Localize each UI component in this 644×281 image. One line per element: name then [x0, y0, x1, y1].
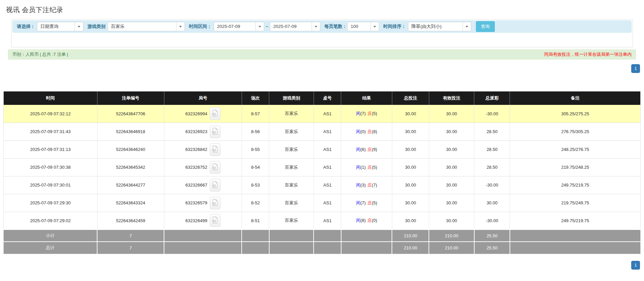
- cell-time: 2025-07-09 07:31:13: [4, 140, 97, 158]
- cell-total-bet[interactable]: 30.00: [392, 212, 429, 230]
- pagination-bottom: 1: [3, 261, 640, 270]
- chevron-down-icon[interactable]: [370, 22, 379, 31]
- cell-session: 8-56: [242, 123, 269, 140]
- banker-result-score: (0): [372, 218, 377, 223]
- cell-remark: 248.25/276.75: [510, 140, 641, 158]
- page-size-select[interactable]: 100: [347, 22, 379, 31]
- grand-total-total-bet: 210.00: [392, 242, 429, 254]
- cell-bet-id: 522643644277: [97, 176, 164, 194]
- time-sort-select[interactable]: 降幂(由大到小): [408, 22, 471, 31]
- cell-time: 2025-07-09 07:32:12: [4, 105, 97, 123]
- query-type-label: 请选择：: [17, 24, 35, 30]
- column-header-valid-bet: 有效投注: [429, 91, 474, 105]
- cell-total-bet[interactable]: 30.00: [392, 194, 429, 212]
- video-replay-button[interactable]: [210, 214, 220, 227]
- query-type-select[interactable]: 日期查询: [37, 22, 83, 31]
- cell-game-type: 百家乐: [269, 176, 314, 194]
- table-row: 2025-07-09 07:31:43 522643646918 6323269…: [4, 123, 641, 140]
- cell-session: 8-53: [242, 176, 269, 194]
- banker-result-label: 庄: [367, 165, 372, 170]
- cell-round-id: 632326667: [164, 176, 242, 194]
- cell-game-type: 百家乐: [269, 158, 314, 176]
- cell-table-no: AS1: [314, 105, 341, 123]
- cell-remark: 305.25/275.25: [510, 105, 641, 123]
- banker-result-score: (5): [372, 165, 377, 170]
- chevron-down-icon[interactable]: [312, 22, 320, 31]
- cell-table-no: AS1: [314, 140, 341, 158]
- player-result-score: (3): [360, 183, 366, 188]
- cell-bet-id: 522643646918: [97, 123, 164, 140]
- search-button[interactable]: 查询: [476, 21, 495, 32]
- cell-time: 2025-07-09 07:31:43: [4, 123, 97, 140]
- cell-total-bet[interactable]: 30.00: [392, 123, 429, 140]
- chevron-down-icon[interactable]: [75, 22, 83, 31]
- subtotal-label: 小计: [4, 230, 97, 242]
- cell-total-bet[interactable]: 30.00: [392, 105, 429, 123]
- cell-total-bet[interactable]: 30.00: [392, 176, 429, 194]
- game-type-value: 百家乐: [108, 22, 176, 31]
- cell-table-no: AS1: [314, 158, 341, 176]
- player-result-score: (7): [360, 200, 366, 205]
- grand-total-valid-bet: 210.00: [429, 242, 474, 254]
- date-from-select[interactable]: 2025-07-09: [214, 22, 264, 31]
- column-header-remark: 备注: [510, 91, 641, 105]
- cell-bet-id: 522643646240: [97, 140, 164, 158]
- cell-time: 2025-07-09 07:29:02: [4, 212, 97, 230]
- cell-valid-bet: 30.00: [429, 105, 474, 123]
- cell-valid-bet: 30.00: [429, 194, 474, 212]
- cell-round-id: 632326752: [164, 158, 242, 176]
- banker-result-score: (7): [372, 183, 377, 188]
- column-header-game-type: 游戏类别: [269, 91, 314, 105]
- banker-result-label: 庄: [367, 147, 372, 152]
- video-replay-button[interactable]: [210, 107, 220, 120]
- date-to-select[interactable]: 2025-07-09: [270, 22, 320, 31]
- table-header: 时间 注单编号 局号 场次 游戏类别 桌号 结果 总投注 有效投注 总派彩 备注: [4, 91, 641, 105]
- player-result-score: (8): [360, 218, 366, 223]
- cell-payout: 28.50: [474, 158, 510, 176]
- cell-total-bet[interactable]: 30.00: [392, 158, 429, 176]
- banker-result-score: (8): [372, 129, 377, 134]
- grand-total-payout: 25.50: [474, 242, 510, 254]
- banker-result-label: 庄: [367, 129, 372, 134]
- cell-bet-id: 522643645342: [97, 158, 164, 176]
- video-replay-button[interactable]: [210, 125, 220, 138]
- pagination-top: 1: [3, 64, 640, 73]
- video-replay-button[interactable]: [210, 143, 220, 156]
- chevron-down-icon[interactable]: [255, 22, 264, 31]
- page-size-label: 每页笔数 :: [324, 24, 345, 30]
- page-1-button[interactable]: 1: [631, 64, 640, 73]
- cell-game-type: 百家乐: [269, 123, 314, 140]
- bets-table: 时间 注单编号 局号 场次 游戏类别 桌号 结果 总投注 有效投注 总派彩 备注…: [3, 91, 641, 254]
- grand-total-row: 总计 7 210.00 210.00 25.50: [4, 242, 641, 254]
- chevron-down-icon[interactable]: [462, 22, 471, 31]
- subtotal-valid-bet: 210.00: [429, 230, 474, 242]
- cell-round-id: 632326994: [164, 105, 242, 123]
- cell-remark: 276.75/305.25: [510, 123, 641, 140]
- video-replay-icon: [212, 216, 218, 225]
- subtotal-total-bet: 210.00: [392, 230, 429, 242]
- cell-bet-id: 522643647706: [97, 105, 164, 123]
- banker-result-score: (5): [372, 200, 377, 205]
- cell-payout: 28.50: [474, 123, 510, 140]
- cell-valid-bet: 30.00: [429, 176, 474, 194]
- video-replay-button[interactable]: [210, 161, 220, 174]
- cell-total-bet[interactable]: 30.00: [392, 140, 429, 158]
- page-1-button[interactable]: 1: [631, 261, 640, 270]
- game-type-select[interactable]: 百家乐: [108, 22, 185, 31]
- table-body: 2025-07-09 07:32:12 522643647706 6323269…: [4, 105, 641, 230]
- cell-result: 闲(1)庄(5): [341, 158, 392, 176]
- cell-valid-bet: 30.00: [429, 158, 474, 176]
- cell-game-type: 百家乐: [269, 194, 314, 212]
- chevron-down-icon[interactable]: [176, 22, 185, 31]
- cell-time: 2025-07-09 07:30:01: [4, 176, 97, 194]
- cell-bet-id: 522643643324: [97, 194, 164, 212]
- page-size-value: 100: [348, 22, 370, 31]
- cell-session: 8-54: [242, 158, 269, 176]
- video-replay-icon: [212, 110, 218, 118]
- video-replay-button[interactable]: [210, 179, 220, 192]
- cell-remark: 219.75/248.25: [510, 158, 641, 176]
- video-replay-button[interactable]: [210, 197, 220, 209]
- cell-game-type: 百家乐: [269, 212, 314, 230]
- column-header-session: 场次: [242, 91, 269, 105]
- cell-session: 8-52: [242, 194, 269, 212]
